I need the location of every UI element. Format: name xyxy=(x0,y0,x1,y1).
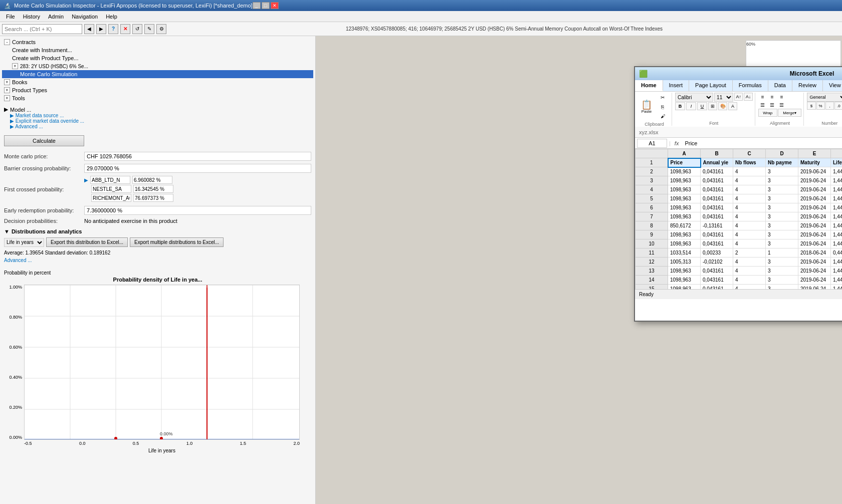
row-header-3[interactable]: 3 xyxy=(636,176,668,185)
menu-history[interactable]: History xyxy=(19,13,44,21)
stock-richemont-name[interactable] xyxy=(91,194,131,202)
cell-r15-c5[interactable]: 1,446575 xyxy=(831,285,843,290)
cell-r10-c2[interactable]: 4 xyxy=(733,239,766,248)
cell-r8-c5[interactable]: 1,446575 xyxy=(831,221,843,230)
tree-create-product[interactable]: Create with Product Type... xyxy=(2,54,313,62)
cell-r14-c0[interactable]: 1098,963 xyxy=(668,276,701,285)
col-A[interactable]: A xyxy=(668,149,701,158)
font-size-select[interactable]: 11 xyxy=(714,93,733,102)
cell-r7-c1[interactable]: 0,043161 xyxy=(701,212,733,221)
row-header-12[interactable]: 12 xyxy=(636,258,668,267)
cell-r2-c4[interactable]: 2019-06-24 xyxy=(798,167,831,176)
tab-view[interactable]: View xyxy=(823,80,842,91)
cell-reference-input[interactable] xyxy=(637,139,667,148)
back-btn[interactable]: ◀ xyxy=(84,24,94,34)
fx-button[interactable]: fx xyxy=(673,140,681,146)
cell-r11-c5[interactable]: 0,446575 xyxy=(831,248,843,258)
cell-r1-c2[interactable]: Nb flows xyxy=(733,158,766,167)
cell-r4-c5[interactable]: 1,446575 xyxy=(831,185,843,194)
cell-r11-c1[interactable]: 0,00233 xyxy=(701,248,733,258)
cell-r3-c3[interactable]: 3 xyxy=(766,176,798,185)
percent-btn[interactable]: % xyxy=(816,102,825,110)
cell-r11-c3[interactable]: 1 xyxy=(766,248,798,258)
cell-r2-c3[interactable]: 3 xyxy=(766,167,798,176)
align-top-center-btn[interactable]: ≡ xyxy=(768,93,777,101)
row-header-4[interactable]: 4 xyxy=(636,185,668,194)
underline-btn[interactable]: U xyxy=(697,102,707,110)
cell-r1-c4[interactable]: Maturity xyxy=(798,158,831,167)
explicit-override[interactable]: ▶ Explicit market data override ... xyxy=(4,118,311,124)
cell-r14-c2[interactable]: 4 xyxy=(733,276,766,285)
cell-r10-c0[interactable]: 1098,963 xyxy=(668,239,701,248)
stock-abb-name[interactable] xyxy=(90,176,130,184)
cell-r12-c3[interactable]: 3 xyxy=(766,258,798,267)
cell-r3-c5[interactable]: 1,446575 xyxy=(831,176,843,185)
cell-r11-c0[interactable]: 1033,514 xyxy=(668,248,701,258)
cell-r5-c4[interactable]: 2019-06-24 xyxy=(798,194,831,203)
cell-r15-c2[interactable]: 4 xyxy=(733,285,766,290)
row-header-15[interactable]: 15 xyxy=(636,285,668,290)
row-header-11[interactable]: 11 xyxy=(636,248,668,258)
cell-r9-c0[interactable]: 1098,963 xyxy=(668,230,701,239)
cell-r2-c5[interactable]: 1,446575 xyxy=(831,167,843,176)
maximize-btn[interactable]: □ xyxy=(262,2,270,9)
bold-btn[interactable]: B xyxy=(675,102,685,110)
tree-product-types[interactable]: + Product Types xyxy=(2,86,313,94)
cell-r10-c1[interactable]: 0,043161 xyxy=(701,239,733,248)
cell-r10-c4[interactable]: 2019-06-24 xyxy=(798,239,831,248)
cell-r1-c5[interactable]: Life in yea xyxy=(831,158,843,167)
tab-data[interactable]: Data xyxy=(768,80,792,91)
tree-tools[interactable]: + Tools xyxy=(2,94,313,102)
cell-r8-c2[interactable]: 4 xyxy=(733,221,766,230)
format-painter-btn[interactable]: 🖌 xyxy=(655,112,670,121)
increase-font-btn[interactable]: A↑ xyxy=(734,93,743,101)
align-top-right-btn[interactable]: ≡ xyxy=(777,93,786,101)
cell-r14-c4[interactable]: 2019-06-24 xyxy=(798,276,831,285)
cell-r6-c3[interactable]: 3 xyxy=(766,203,798,212)
cell-r13-c2[interactable]: 4 xyxy=(733,267,766,276)
cell-r9-c2[interactable]: 4 xyxy=(733,230,766,239)
market-data-source[interactable]: ▶ Market data source ... xyxy=(4,113,311,118)
formula-input[interactable] xyxy=(683,139,842,148)
cell-r13-c4[interactable]: 2019-06-24 xyxy=(798,267,831,276)
cell-r12-c0[interactable]: 1005,313 xyxy=(668,258,701,267)
fill-color-btn[interactable]: 🎨 xyxy=(718,102,727,110)
row-header-1[interactable]: 1 xyxy=(636,158,668,167)
cell-r15-c1[interactable]: 0,043161 xyxy=(701,285,733,290)
cell-r7-c3[interactable]: 3 xyxy=(766,212,798,221)
cell-r6-c1[interactable]: 0,043161 xyxy=(701,203,733,212)
row-header-2[interactable]: 2 xyxy=(636,167,668,176)
cell-r4-c0[interactable]: 1098,963 xyxy=(668,185,701,194)
cell-r3-c2[interactable]: 4 xyxy=(733,176,766,185)
cell-r6-c4[interactable]: 2019-06-24 xyxy=(798,203,831,212)
cell-r1-c0[interactable]: Price xyxy=(668,158,701,167)
cell-r9-c4[interactable]: 2019-06-24 xyxy=(798,230,831,239)
cell-r7-c5[interactable]: 1,446575 xyxy=(831,212,843,221)
paste-btn[interactable]: 📋 Paste xyxy=(639,93,654,121)
cell-r12-c2[interactable]: 4 xyxy=(733,258,766,267)
cell-r9-c1[interactable]: 0,043161 xyxy=(701,230,733,239)
contracts-toggle[interactable]: - xyxy=(4,39,10,45)
cell-r14-c1[interactable]: 0,043161 xyxy=(701,276,733,285)
align-left-btn[interactable]: ☰ xyxy=(758,101,767,109)
cell-r2-c0[interactable]: 1098,963 xyxy=(668,167,701,176)
tools-toggle[interactable]: + xyxy=(4,95,10,101)
row-header-6[interactable]: 6 xyxy=(636,203,668,212)
tab-insert[interactable]: Insert xyxy=(663,80,690,91)
menu-file[interactable]: File xyxy=(2,13,19,21)
cell-r6-c5[interactable]: 1,446575 xyxy=(831,203,843,212)
tree-create-instrument[interactable]: Create with Instrument... xyxy=(2,46,313,54)
row-header-7[interactable]: 7 xyxy=(636,212,668,221)
product-types-toggle[interactable]: + xyxy=(4,87,10,93)
cell-r2-c2[interactable]: 4 xyxy=(733,167,766,176)
cell-r7-c0[interactable]: 1098,963 xyxy=(668,212,701,221)
tree-item-283[interactable]: + 283: 2Y USD (HSBC) 6% Se... xyxy=(2,62,313,70)
cell-r11-c2[interactable]: 2 xyxy=(733,248,766,258)
distributions-header[interactable]: ▼ Distributions and analytics xyxy=(4,227,311,235)
merge-btn[interactable]: Merge▾ xyxy=(778,109,802,117)
search-input[interactable] xyxy=(2,24,82,34)
align-right-btn[interactable]: ☰ xyxy=(777,101,786,109)
tool2-btn[interactable]: ⚙ xyxy=(156,24,166,34)
row-header-14[interactable]: 14 xyxy=(636,276,668,285)
copy-btn[interactable]: ⎘ xyxy=(655,102,670,111)
